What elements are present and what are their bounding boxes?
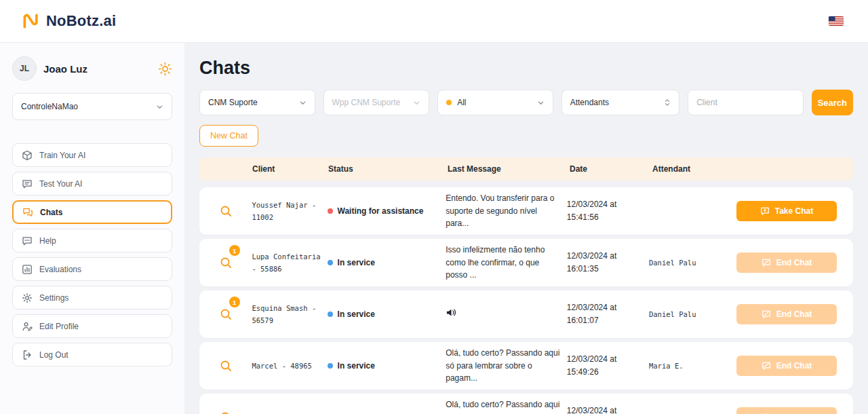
sidebar-item-label: Help bbox=[39, 236, 56, 246]
status-label: In service bbox=[338, 258, 375, 267]
search-icon bbox=[219, 256, 233, 269]
channel-select[interactable]: Wpp CNM Suporte bbox=[323, 90, 430, 115]
open-chat-button[interactable]: 1 bbox=[214, 251, 237, 274]
attendant-name: Daniel Palu bbox=[649, 310, 736, 318]
client-name: Youssef Najar - 11002 bbox=[252, 199, 327, 224]
chevron-down-icon bbox=[537, 99, 545, 107]
sidebar-item-label: Evaluations bbox=[39, 265, 81, 274]
chat-lines-icon bbox=[22, 178, 33, 189]
sidebar-item-label: Settings bbox=[39, 293, 68, 303]
app-layout: JL Joao Luz ControleNaMao Train Your AIT… bbox=[0, 43, 868, 414]
end-chat-button[interactable]: End Chat bbox=[736, 252, 837, 273]
user-edit-icon bbox=[22, 321, 33, 332]
attendants-select-value: Attendants bbox=[570, 98, 609, 107]
new-chat-button[interactable]: New Chat bbox=[199, 125, 258, 147]
department-select-value: CNM Suporte bbox=[208, 98, 258, 107]
user-profile: JL Joao Luz bbox=[12, 56, 172, 81]
header-attendant: Attendant bbox=[652, 165, 741, 173]
theme-toggle-sun-icon[interactable] bbox=[158, 62, 172, 76]
end-chat-button[interactable]: End Chat bbox=[736, 356, 837, 376]
sidebar-item-test-your-ai[interactable]: Test Your AI bbox=[12, 172, 172, 195]
table-row: 1Lupa Confeitaria - 55886In serviceIsso … bbox=[199, 239, 853, 286]
brand-name: NoBotz.ai bbox=[46, 12, 116, 30]
attendants-select[interactable]: Attendants bbox=[561, 90, 679, 115]
sidebar-item-evaluations[interactable]: Evaluations bbox=[12, 257, 172, 281]
sidebar-item-log-out[interactable]: Log Out bbox=[12, 343, 172, 366]
sidebar-item-train-your-ai[interactable]: Train Your AI bbox=[12, 143, 172, 167]
chat-date: 12/03/2024 at 15:48:26 bbox=[567, 404, 649, 414]
workspace-select-value: ControleNaMao bbox=[21, 102, 78, 111]
last-message bbox=[446, 307, 567, 322]
cube-icon bbox=[22, 150, 33, 161]
filters-bar: CNM Suporte Wpp CNM Suporte All Attendan… bbox=[199, 90, 853, 115]
status-filter-select[interactable]: All bbox=[437, 90, 553, 115]
audio-message-icon bbox=[446, 307, 457, 318]
table-row: Marcel - 48965In serviceOlá, tudo certo?… bbox=[199, 342, 853, 390]
workspace-select[interactable]: ControleNaMao bbox=[12, 93, 172, 120]
status-filter-dot bbox=[446, 100, 452, 105]
chat-date: 12/03/2024 at 15:49:26 bbox=[567, 353, 649, 379]
last-message: Entendo. Vou transferir para o suporte d… bbox=[446, 192, 567, 230]
avatar: JL bbox=[12, 56, 37, 81]
open-chat-button[interactable] bbox=[214, 200, 237, 223]
client-name: Esquina Smash - 56579 bbox=[252, 302, 327, 327]
gear-icon bbox=[22, 293, 33, 303]
table-row: 1Esquina Smash - 56579In service12/03/20… bbox=[199, 290, 853, 338]
chats-icon bbox=[22, 207, 33, 218]
chat-table-body: Youssef Najar - 11002Waiting for assista… bbox=[199, 187, 853, 414]
brand-logo[interactable]: NoBotz.ai bbox=[20, 11, 116, 31]
client-name: Lupa Confeitaria - 55886 bbox=[252, 250, 327, 276]
end-chat-button[interactable]: End Chat bbox=[736, 407, 837, 414]
chat-date: 12/03/2024 at 16:01:35 bbox=[567, 250, 649, 276]
bar-chart-icon bbox=[22, 264, 33, 275]
sidebar-item-chats[interactable]: Chats bbox=[12, 200, 172, 224]
chat-end-icon bbox=[762, 258, 771, 267]
last-message: Olá, tudo certo? Passando aqui só para l… bbox=[446, 347, 567, 385]
sort-icon bbox=[664, 98, 671, 107]
chevron-down-icon bbox=[299, 99, 307, 107]
status-label: In service bbox=[338, 309, 375, 319]
chat-take-icon bbox=[760, 206, 770, 216]
sidebar-item-label: Train Your AI bbox=[39, 151, 85, 160]
brand-logo-icon bbox=[20, 11, 41, 31]
client-filter-field bbox=[688, 90, 804, 115]
open-chat-button[interactable]: 1 bbox=[214, 303, 237, 326]
department-select[interactable]: CNM Suporte bbox=[199, 90, 315, 115]
chat-end-icon bbox=[762, 309, 771, 319]
header-date: Date bbox=[570, 165, 652, 173]
table-row: Youssef Najar - 11002Waiting for assista… bbox=[199, 187, 853, 235]
table-header: Client Status Last Message Date Attendan… bbox=[199, 157, 853, 181]
search-button[interactable]: Search bbox=[812, 90, 853, 115]
logout-icon bbox=[22, 350, 33, 360]
language-flag-icon[interactable] bbox=[829, 16, 844, 26]
table-row: Damiana - 51832In serviceOlá, tudo certo… bbox=[199, 394, 853, 414]
status-dot bbox=[328, 260, 333, 265]
header-last-message: Last Message bbox=[448, 165, 570, 173]
end-chat-button[interactable]: End Chat bbox=[736, 304, 837, 324]
user-name: Joao Luz bbox=[43, 63, 151, 75]
sidebar-item-label: Log Out bbox=[39, 350, 68, 360]
open-chat-button[interactable] bbox=[214, 406, 237, 414]
unread-badge: 1 bbox=[229, 297, 240, 307]
sidebar-item-edit-profile[interactable]: Edit Profile bbox=[12, 314, 172, 338]
chevron-down-icon bbox=[156, 103, 163, 111]
status-dot bbox=[328, 208, 333, 214]
chat-date: 12/03/2024 at 15:41:56 bbox=[567, 198, 649, 224]
header-status: Status bbox=[328, 165, 448, 173]
page-title: Chats bbox=[199, 58, 853, 79]
search-icon bbox=[219, 307, 233, 321]
header-client: Client bbox=[252, 165, 328, 173]
sidebar-item-label: Edit Profile bbox=[39, 322, 79, 331]
take-chat-button[interactable]: Take Chat bbox=[736, 201, 837, 221]
sidebar-item-settings[interactable]: Settings bbox=[12, 286, 172, 309]
attendant-name: Maria E. bbox=[649, 362, 736, 370]
sidebar-item-help[interactable]: Help bbox=[12, 229, 172, 252]
sidebar-item-label: Chats bbox=[40, 208, 62, 217]
chat-end-icon bbox=[762, 361, 771, 371]
client-search-input[interactable] bbox=[696, 98, 795, 107]
open-chat-button[interactable] bbox=[214, 354, 237, 377]
status-dot bbox=[328, 363, 333, 369]
unread-badge: 1 bbox=[229, 245, 240, 256]
client-name: Damiana - 51832 bbox=[252, 411, 327, 414]
status-label: Waiting for assistance bbox=[338, 206, 424, 216]
